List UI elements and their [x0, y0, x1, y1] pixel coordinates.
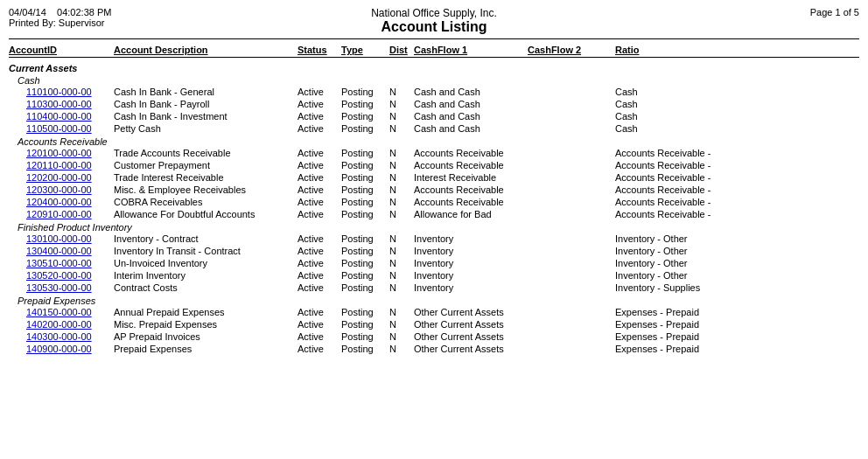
table-row: 110100-000-00Cash In Bank - GeneralActiv… — [9, 86, 859, 98]
row-status: Active — [298, 258, 341, 268]
account-id-link[interactable]: 130400-000-00 — [26, 246, 92, 256]
row-cashflow2 — [528, 148, 615, 158]
report-body: Current AssetsCash110100-000-00Cash In B… — [9, 63, 859, 355]
account-id-link[interactable]: 130100-000-00 — [26, 233, 92, 244]
row-ratio: Accounts Receivable - — [615, 184, 859, 195]
row-cashflow1: Allowance for Bad — [414, 209, 528, 219]
row-description: Contract Costs — [114, 282, 298, 293]
row-dist: N — [389, 111, 414, 122]
report-title: Account Listing — [149, 19, 719, 35]
account-id-link[interactable]: 120100-000-00 — [26, 148, 92, 158]
row-type: Posting — [341, 148, 389, 158]
row-status: Active — [298, 160, 341, 170]
row-dist: N — [389, 197, 414, 207]
row-status: Active — [298, 184, 341, 195]
row-status: Active — [298, 111, 341, 122]
group-header-0-3: Prepaid Expenses — [18, 296, 859, 306]
group-header-0-2: Finished Product Inventory — [18, 222, 859, 233]
table-row: 120100-000-00Trade Accounts ReceivableAc… — [9, 147, 859, 159]
row-dist: N — [389, 331, 414, 342]
col-header-description: Account Description — [114, 45, 298, 55]
row-dist: N — [389, 282, 414, 293]
report-date-time: 04/04/14 04:02:38 PM — [9, 7, 149, 17]
row-description: Interim Inventory — [114, 270, 298, 281]
printed-by: Printed By: Supervisor — [9, 17, 149, 28]
row-description: Cash In Bank - Investment — [114, 111, 298, 122]
row-status: Active — [298, 319, 341, 330]
table-row: 120300-000-00Misc. & Employee Receivable… — [9, 184, 859, 196]
account-id-link[interactable]: 120200-000-00 — [26, 172, 92, 183]
row-dist: N — [389, 258, 414, 268]
account-id-link[interactable]: 120300-000-00 — [26, 184, 92, 195]
row-cashflow1: Accounts Receivable — [414, 160, 528, 170]
row-dist: N — [389, 160, 414, 170]
table-row: 130100-000-00Inventory - ContractActiveP… — [9, 233, 859, 245]
account-id-link[interactable]: 140150-000-00 — [26, 307, 92, 317]
account-id-link[interactable]: 110100-000-00 — [26, 87, 92, 97]
row-type: Posting — [341, 319, 389, 330]
group-header-0-1: Accounts Receivable — [18, 136, 859, 147]
row-cashflow2 — [528, 246, 615, 256]
row-dist: N — [389, 99, 414, 109]
row-status: Active — [298, 172, 341, 183]
row-cashflow1: Other Current Assets — [414, 331, 528, 342]
account-id-link[interactable]: 110500-000-00 — [26, 123, 92, 134]
row-type: Posting — [341, 99, 389, 109]
row-ratio: Inventory - Other — [615, 258, 859, 268]
table-row: 130510-000-00Un-Invoiced InventoryActive… — [9, 257, 859, 269]
page-info: Page 1 of 5 — [719, 7, 859, 17]
account-id-link[interactable]: 120910-000-00 — [26, 209, 92, 219]
table-row: 120400-000-00COBRA ReceivablesActivePost… — [9, 196, 859, 208]
row-ratio: Accounts Receivable - — [615, 172, 859, 183]
row-cashflow1: Other Current Assets — [414, 307, 528, 317]
row-type: Posting — [341, 184, 389, 195]
table-row: 130530-000-00Contract CostsActivePosting… — [9, 282, 859, 294]
row-cashflow2 — [528, 197, 615, 207]
row-cashflow2 — [528, 233, 615, 244]
row-ratio: Accounts Receivable - — [615, 148, 859, 158]
row-status: Active — [298, 331, 341, 342]
row-cashflow1: Cash and Cash — [414, 87, 528, 97]
row-cashflow1: Inventory — [414, 258, 528, 268]
row-ratio: Accounts Receivable - — [615, 160, 859, 170]
account-id-link[interactable]: 120110-000-00 — [26, 160, 92, 170]
row-dist: N — [389, 123, 414, 134]
row-description: Prepaid Expenses — [114, 344, 298, 354]
row-dist: N — [389, 148, 414, 158]
row-ratio: Cash — [615, 111, 859, 122]
row-status: Active — [298, 209, 341, 219]
account-id-link[interactable]: 120400-000-00 — [26, 197, 92, 207]
account-id-link[interactable]: 140200-000-00 — [26, 319, 92, 330]
table-row: 120200-000-00Trade Interest ReceivableAc… — [9, 171, 859, 184]
row-dist: N — [389, 270, 414, 281]
row-status: Active — [298, 197, 341, 207]
row-status: Active — [298, 87, 341, 97]
row-cashflow1: Other Current Assets — [414, 344, 528, 354]
account-id-link[interactable]: 110300-000-00 — [26, 99, 92, 109]
row-ratio: Inventory - Other — [615, 270, 859, 281]
row-type: Posting — [341, 197, 389, 207]
row-dist: N — [389, 172, 414, 183]
header-center: National Office Supply, Inc. Account Lis… — [149, 7, 719, 35]
header-left: 04/04/14 04:02:38 PM Printed By: Supervi… — [9, 7, 149, 28]
account-id-link[interactable]: 140900-000-00 — [26, 344, 92, 354]
row-cashflow1: Other Current Assets — [414, 319, 528, 330]
account-id-link[interactable]: 130520-000-00 — [26, 270, 92, 281]
row-cashflow2 — [528, 209, 615, 219]
account-id-link[interactable]: 130530-000-00 — [26, 282, 92, 293]
section-header-0: Current Assets — [9, 63, 859, 73]
row-cashflow1: Inventory — [414, 270, 528, 281]
row-type: Posting — [341, 331, 389, 342]
report-time: 04:02:38 PM — [57, 7, 111, 17]
account-id-link[interactable]: 140300-000-00 — [26, 331, 92, 342]
account-id-link[interactable]: 110400-000-00 — [26, 111, 92, 122]
row-description: Petty Cash — [114, 123, 298, 134]
account-id-link[interactable]: 130510-000-00 — [26, 258, 92, 268]
column-headers: AccountID Account Description Status Typ… — [9, 43, 859, 58]
row-cashflow2 — [528, 184, 615, 195]
col-header-status: Status — [298, 45, 341, 55]
row-type: Posting — [341, 111, 389, 122]
row-type: Posting — [341, 123, 389, 134]
row-cashflow2 — [528, 344, 615, 354]
group-header-0-0: Cash — [18, 75, 859, 86]
